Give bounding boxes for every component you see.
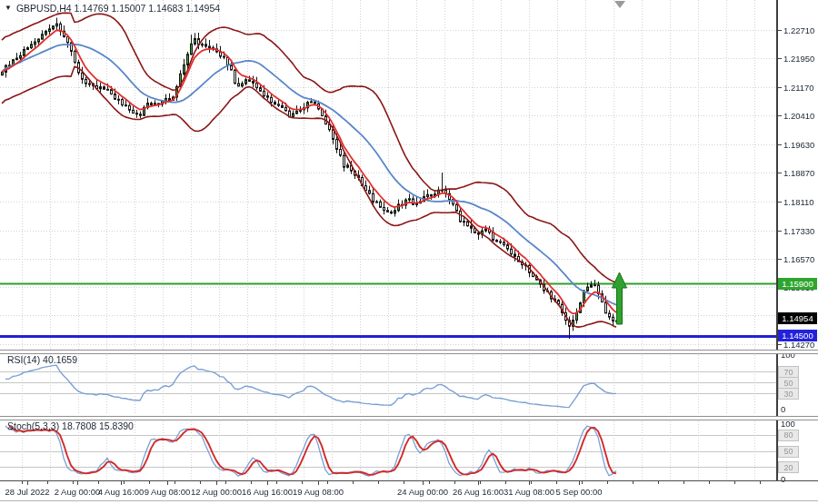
date-tick-label: 24 Aug 00:00 [397, 487, 448, 497]
rsi-indicator-label: RSI(14) 40.1659 [7, 354, 77, 365]
current-price-label: 1.14954 [778, 312, 817, 324]
date-axis-separator [0, 480, 818, 481]
price-axis-border [776, 0, 778, 480]
panel-separator[interactable] [0, 350, 818, 354]
price-tick-label: 1.19630 [783, 140, 814, 150]
date-tick-label: 31 Aug 08:00 [504, 487, 554, 497]
buy-signal-arrow-icon[interactable] [611, 270, 629, 326]
date-tick-label: 5 Sep 00:00 [555, 487, 602, 497]
chart-title-bar: ▼ GBPUSD,H4 1.14769 1.15007 1.14683 1.14… [5, 3, 220, 14]
price-tick-label: 1.18110 [783, 197, 814, 207]
stoch-level-label: 20 [778, 461, 799, 473]
price-tick-label: 1.17330 [783, 226, 814, 236]
date-tick-label: 2 Aug 00:00 [55, 487, 101, 497]
date-tick-label: 28 Jul 2022 [5, 487, 49, 497]
date-tick-label: 26 Aug 16:00 [453, 487, 504, 497]
price-tick-label: 1.18870 [783, 168, 814, 178]
chart-window: ▼ GBPUSD,H4 1.14769 1.15007 1.14683 1.14… [0, 0, 818, 504]
date-tick-label: 19 Aug 08:00 [293, 487, 344, 497]
symbol-dropdown-icon[interactable]: ▼ [5, 5, 12, 12]
rsi-level-label: 30 [778, 388, 799, 400]
support-price-label: 1.14500 [778, 330, 817, 341]
rsi-min-label: 0 [781, 404, 785, 414]
stoch-min-label: 0 [781, 474, 785, 484]
panel-separator[interactable] [0, 416, 818, 420]
price-tick-label: 1.16570 [783, 254, 814, 264]
price-tick-label: 1.21170 [783, 83, 814, 93]
price-tick-label: 1.21950 [783, 54, 814, 64]
chart-ohlc-title: GBPUSD,H4 1.14769 1.15007 1.14683 1.1495… [16, 3, 220, 14]
date-tick-label: 9 Aug 08:00 [145, 487, 191, 497]
stoch-level-label: 50 [778, 446, 799, 458]
date-tick-label: 16 Aug 16:00 [242, 487, 293, 497]
resistance-price-label: 1.15900 [778, 278, 817, 290]
date-tick-label: 4 Aug 16:00 [98, 487, 145, 497]
window-bottom-border [0, 500, 818, 501]
stoch-level-label: 80 [778, 430, 799, 441]
chart-shift-marker-icon[interactable] [614, 1, 625, 8]
price-tick-label: 1.22710 [783, 25, 814, 35]
stoch-indicator-label: Stoch(5,3,3) 18.7808 15.8390 [7, 420, 134, 431]
price-tick-label: 1.20410 [783, 111, 814, 121]
date-tick-label: 12 Aug 00:00 [191, 487, 242, 497]
